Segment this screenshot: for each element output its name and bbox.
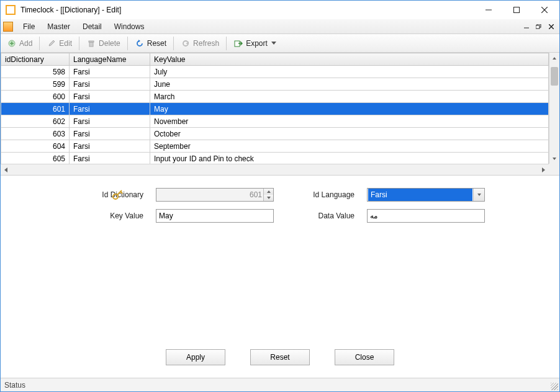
cell-key: July (150, 66, 549, 78)
svg-rect-13 (89, 41, 94, 42)
scroll-up-icon[interactable] (549, 53, 559, 63)
cell-lang: Farsi (70, 78, 150, 91)
menu-windows[interactable]: Windows (108, 20, 151, 33)
chevron-down-icon[interactable] (473, 189, 484, 201)
cell-lang: Farsi (70, 115, 150, 128)
svg-line-17 (120, 192, 122, 194)
cell-lang: Farsi (70, 153, 150, 165)
refresh-button[interactable]: Refresh (177, 37, 223, 50)
svg-rect-1 (513, 7, 519, 13)
key-icon (112, 189, 124, 200)
form-reset-button[interactable]: Reset (250, 349, 310, 365)
vertical-scrollbar[interactable] (549, 53, 559, 164)
title-bar: Timeclock - [[Dictionary] - Edit] (1, 1, 559, 19)
table-row[interactable]: 598FarsiJuly (1, 66, 549, 78)
key-value-field[interactable]: May (156, 209, 274, 223)
mdi-child-icon (3, 22, 13, 32)
menu-detail[interactable]: Detail (76, 20, 108, 33)
table-row[interactable]: 601FarsiMay (1, 103, 549, 115)
cell-lang: Farsi (70, 128, 150, 140)
id-language-combo[interactable]: Farsi (367, 188, 485, 202)
label-key-value: Key Value (75, 212, 143, 220)
spinner-buttons[interactable] (263, 189, 273, 201)
apply-button[interactable]: Apply (166, 349, 225, 365)
col-languagename[interactable]: LanguageName (70, 53, 150, 66)
data-grid[interactable]: idDictionary LanguageName KeyValue 598Fa… (1, 53, 559, 176)
label-id-dictionary: Id Dictionary (75, 190, 143, 199)
add-label: Add (19, 39, 32, 48)
menu-file[interactable]: File (17, 20, 41, 33)
table-row[interactable]: 602FarsiNovember (1, 115, 549, 128)
refresh-label: Refresh (193, 39, 219, 48)
menu-bar: File Master Detail Windows (1, 19, 559, 34)
cell-key: March (150, 91, 549, 103)
export-icon (233, 38, 243, 48)
label-data-value: Data Value (286, 212, 355, 220)
scrollbar-thumb[interactable] (551, 67, 558, 86)
cell-id: 599 (1, 78, 70, 91)
undo-icon (135, 38, 145, 48)
add-button[interactable]: Add (3, 37, 36, 50)
mdi-restore-button[interactable] (533, 22, 544, 31)
cell-id: 598 (1, 66, 70, 78)
cell-lang: Farsi (70, 66, 150, 78)
svg-point-15 (113, 194, 118, 199)
cell-id: 602 (1, 115, 70, 128)
cell-id: 604 (1, 140, 70, 153)
window-title: Timeclock - [[Dictionary] - Edit] (20, 6, 474, 14)
resize-grip-icon[interactable] (551, 383, 558, 390)
delete-button[interactable]: Delete (83, 37, 124, 50)
export-label: Export (246, 39, 268, 48)
edit-label: Edit (59, 39, 72, 48)
label-id-language: Id Language (286, 190, 355, 199)
cell-key: October (150, 128, 549, 140)
horizontal-scrollbar[interactable] (1, 164, 549, 175)
id-dictionary-field[interactable]: 601 (156, 188, 274, 202)
cell-id: 603 (1, 128, 70, 140)
cell-key: November (150, 115, 549, 128)
chevron-down-icon (271, 42, 276, 45)
app-icon (6, 5, 16, 15)
cell-key: September (150, 140, 549, 153)
table-row[interactable]: 604FarsiSeptember (1, 140, 549, 153)
refresh-icon (181, 38, 191, 48)
minimize-button[interactable] (474, 1, 502, 19)
svg-rect-6 (536, 25, 540, 29)
scroll-right-icon[interactable] (538, 164, 549, 175)
pencil-icon (47, 38, 56, 48)
data-value-text: مه (370, 212, 377, 220)
scroll-corner (549, 164, 559, 175)
reset-label: Reset (147, 39, 166, 48)
scroll-left-icon[interactable] (1, 164, 11, 175)
key-value-text: May (159, 212, 173, 220)
svg-rect-12 (89, 42, 93, 47)
edit-button[interactable]: Edit (43, 37, 76, 50)
id-dictionary-value: 601 (250, 190, 262, 199)
delete-label: Delete (99, 39, 120, 48)
cell-lang: Farsi (70, 103, 150, 115)
mdi-close-button[interactable] (546, 22, 557, 31)
status-bar: Status (1, 378, 559, 391)
col-iddictionary[interactable]: idDictionary (1, 53, 70, 66)
table-row[interactable]: 605FarsiInput your ID and Pin to check (1, 153, 549, 165)
form-close-button[interactable]: Close (335, 349, 394, 365)
plus-icon (7, 38, 17, 48)
cell-lang: Farsi (70, 140, 150, 153)
maximize-button[interactable] (502, 1, 530, 19)
cell-key: June (150, 78, 549, 91)
table-row[interactable]: 600FarsiMarch (1, 91, 549, 103)
scroll-down-icon[interactable] (549, 153, 559, 164)
cell-lang: Farsi (70, 91, 150, 103)
close-button[interactable] (530, 1, 558, 19)
toolbar: Add Edit Delete Reset Refresh Export (1, 34, 559, 53)
mdi-minimize-button[interactable] (521, 22, 532, 31)
menu-master[interactable]: Master (41, 20, 76, 33)
id-language-value: Farsi (368, 189, 472, 201)
trash-icon (86, 38, 96, 48)
reset-button[interactable]: Reset (131, 37, 170, 50)
export-button[interactable]: Export (230, 37, 280, 50)
col-keyvalue[interactable]: KeyValue (150, 53, 549, 66)
table-row[interactable]: 599FarsiJune (1, 78, 549, 91)
data-value-field[interactable]: مه (367, 209, 485, 223)
table-row[interactable]: 603FarsiOctober (1, 128, 549, 140)
